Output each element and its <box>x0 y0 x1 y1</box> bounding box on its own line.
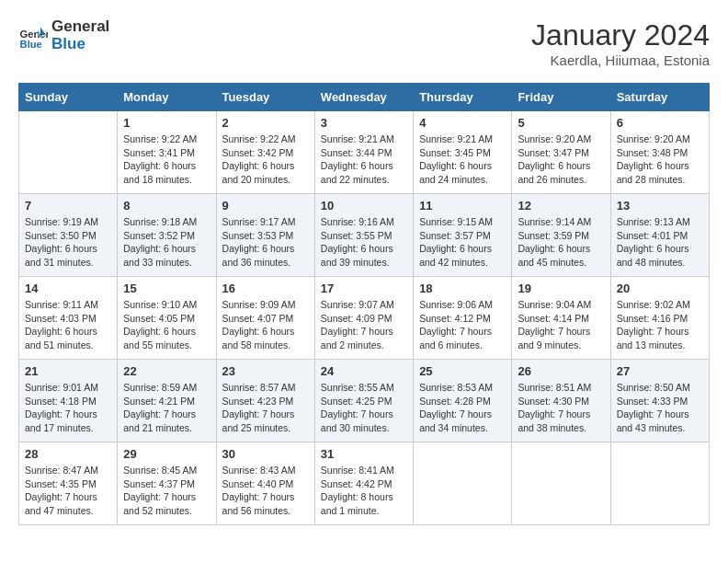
calendar-header-row: SundayMondayTuesdayWednesdayThursdayFrid… <box>19 84 710 111</box>
day-number: 5 <box>518 116 604 130</box>
day-number: 28 <box>25 447 111 461</box>
day-info: Sunrise: 8:45 AMSunset: 4:37 PMDaylight:… <box>123 464 210 518</box>
day-info: Sunrise: 9:21 AMSunset: 3:44 PMDaylight:… <box>321 132 407 187</box>
day-info: Sunrise: 9:20 AMSunset: 3:47 PMDaylight:… <box>518 132 604 187</box>
day-number: 19 <box>518 282 604 295</box>
day-number: 22 <box>123 364 210 378</box>
calendar-cell: 2Sunrise: 9:22 AMSunset: 3:42 PMDaylight… <box>216 111 314 194</box>
logo-general-text: General <box>51 18 109 36</box>
day-number: 4 <box>419 116 506 130</box>
calendar-cell: 14Sunrise: 9:11 AMSunset: 4:03 PMDayligh… <box>19 277 118 360</box>
day-number: 7 <box>25 199 111 213</box>
day-number: 12 <box>518 199 604 213</box>
day-info: Sunrise: 9:11 AMSunset: 4:03 PMDaylight:… <box>25 298 111 352</box>
day-info: Sunrise: 9:17 AMSunset: 3:53 PMDaylight:… <box>222 215 309 270</box>
day-info: Sunrise: 9:09 AMSunset: 4:07 PMDaylight:… <box>222 298 309 352</box>
day-number: 24 <box>321 364 407 378</box>
calendar-cell: 3Sunrise: 9:21 AMSunset: 3:44 PMDaylight… <box>314 111 413 194</box>
day-info: Sunrise: 8:43 AMSunset: 4:40 PMDaylight:… <box>222 464 309 518</box>
day-number: 11 <box>419 199 506 213</box>
calendar-cell: 17Sunrise: 9:07 AMSunset: 4:09 PMDayligh… <box>314 277 413 360</box>
day-number: 14 <box>25 282 111 295</box>
day-info: Sunrise: 9:02 AMSunset: 4:16 PMDaylight:… <box>617 298 703 352</box>
day-info: Sunrise: 9:15 AMSunset: 3:57 PMDaylight:… <box>419 215 506 270</box>
header-friday: Friday <box>512 84 610 111</box>
calendar-cell: 9Sunrise: 9:17 AMSunset: 3:53 PMDaylight… <box>216 194 314 277</box>
day-number: 26 <box>518 364 604 378</box>
calendar-week-row: 28Sunrise: 8:47 AMSunset: 4:35 PMDayligh… <box>19 442 710 525</box>
calendar-cell <box>414 442 512 525</box>
calendar-cell: 30Sunrise: 8:43 AMSunset: 4:40 PMDayligh… <box>216 442 314 525</box>
calendar-cell: 26Sunrise: 8:51 AMSunset: 4:30 PMDayligh… <box>512 360 610 442</box>
day-info: Sunrise: 9:18 AMSunset: 3:52 PMDaylight:… <box>123 215 210 270</box>
day-info: Sunrise: 9:04 AMSunset: 4:14 PMDaylight:… <box>518 298 604 352</box>
day-info: Sunrise: 9:14 AMSunset: 3:59 PMDaylight:… <box>518 215 604 270</box>
day-number: 17 <box>321 282 407 295</box>
header-monday: Monday <box>118 84 216 111</box>
day-info: Sunrise: 8:53 AMSunset: 4:28 PMDaylight:… <box>419 381 506 435</box>
day-info: Sunrise: 9:06 AMSunset: 4:12 PMDaylight:… <box>419 298 506 352</box>
day-number: 30 <box>222 447 309 461</box>
calendar-cell: 24Sunrise: 8:55 AMSunset: 4:25 PMDayligh… <box>314 360 413 442</box>
day-info: Sunrise: 8:55 AMSunset: 4:25 PMDaylight:… <box>321 381 407 435</box>
day-info: Sunrise: 8:51 AMSunset: 4:30 PMDaylight:… <box>518 381 604 435</box>
day-number: 3 <box>321 116 407 130</box>
calendar-cell: 12Sunrise: 9:14 AMSunset: 3:59 PMDayligh… <box>512 194 610 277</box>
calendar-cell: 7Sunrise: 9:19 AMSunset: 3:50 PMDaylight… <box>19 194 118 277</box>
day-number: 1 <box>123 116 210 130</box>
day-number: 21 <box>25 364 111 378</box>
calendar-cell: 5Sunrise: 9:20 AMSunset: 3:47 PMDaylight… <box>512 111 610 194</box>
calendar-week-row: 1Sunrise: 9:22 AMSunset: 3:41 PMDaylight… <box>19 111 710 194</box>
calendar-cell: 1Sunrise: 9:22 AMSunset: 3:41 PMDaylight… <box>118 111 216 194</box>
day-info: Sunrise: 8:59 AMSunset: 4:21 PMDaylight:… <box>123 381 210 435</box>
day-info: Sunrise: 9:01 AMSunset: 4:18 PMDaylight:… <box>25 381 111 435</box>
calendar-cell: 15Sunrise: 9:10 AMSunset: 4:05 PMDayligh… <box>118 277 216 360</box>
header-sunday: Sunday <box>19 84 118 111</box>
calendar-cell: 25Sunrise: 8:53 AMSunset: 4:28 PMDayligh… <box>414 360 512 442</box>
calendar-cell: 22Sunrise: 8:59 AMSunset: 4:21 PMDayligh… <box>118 360 216 442</box>
calendar-cell <box>512 442 610 525</box>
day-number: 9 <box>222 199 309 213</box>
header-wednesday: Wednesday <box>314 84 413 111</box>
header-tuesday: Tuesday <box>216 84 314 111</box>
calendar-cell: 20Sunrise: 9:02 AMSunset: 4:16 PMDayligh… <box>610 277 709 360</box>
day-number: 10 <box>321 199 407 213</box>
calendar-cell: 19Sunrise: 9:04 AMSunset: 4:14 PMDayligh… <box>512 277 610 360</box>
logo-blue-text: Blue <box>51 36 109 53</box>
calendar-week-row: 7Sunrise: 9:19 AMSunset: 3:50 PMDaylight… <box>19 194 710 277</box>
calendar-cell <box>610 442 709 525</box>
day-info: Sunrise: 9:22 AMSunset: 3:42 PMDaylight:… <box>222 132 309 187</box>
calendar-week-row: 14Sunrise: 9:11 AMSunset: 4:03 PMDayligh… <box>19 277 710 360</box>
day-info: Sunrise: 9:07 AMSunset: 4:09 PMDaylight:… <box>321 298 407 352</box>
calendar-cell: 13Sunrise: 9:13 AMSunset: 4:01 PMDayligh… <box>610 194 709 277</box>
calendar-cell: 8Sunrise: 9:18 AMSunset: 3:52 PMDaylight… <box>118 194 216 277</box>
day-info: Sunrise: 8:41 AMSunset: 4:42 PMDaylight:… <box>321 464 407 518</box>
day-info: Sunrise: 9:19 AMSunset: 3:50 PMDaylight:… <box>25 215 111 270</box>
day-info: Sunrise: 8:47 AMSunset: 4:35 PMDaylight:… <box>25 464 111 518</box>
header-saturday: Saturday <box>610 84 709 111</box>
day-number: 27 <box>617 364 703 378</box>
calendar-cell: 6Sunrise: 9:20 AMSunset: 3:48 PMDaylight… <box>610 111 709 194</box>
day-info: Sunrise: 9:16 AMSunset: 3:55 PMDaylight:… <box>321 215 407 270</box>
calendar-cell: 11Sunrise: 9:15 AMSunset: 3:57 PMDayligh… <box>414 194 512 277</box>
day-info: Sunrise: 9:13 AMSunset: 4:01 PMDaylight:… <box>617 215 703 270</box>
day-info: Sunrise: 8:57 AMSunset: 4:23 PMDaylight:… <box>222 381 309 435</box>
day-number: 13 <box>617 199 703 213</box>
day-number: 29 <box>123 447 210 461</box>
calendar-cell <box>19 111 118 194</box>
calendar-cell: 10Sunrise: 9:16 AMSunset: 3:55 PMDayligh… <box>314 194 413 277</box>
calendar-cell: 21Sunrise: 9:01 AMSunset: 4:18 PMDayligh… <box>19 360 118 442</box>
calendar-cell: 31Sunrise: 8:41 AMSunset: 4:42 PMDayligh… <box>314 442 413 525</box>
month-year: January 2024 <box>531 18 710 52</box>
day-number: 25 <box>419 364 506 378</box>
calendar-table: SundayMondayTuesdayWednesdayThursdayFrid… <box>18 83 710 525</box>
day-number: 16 <box>222 282 309 295</box>
day-number: 15 <box>123 282 210 295</box>
day-number: 18 <box>419 282 506 295</box>
calendar-cell: 28Sunrise: 8:47 AMSunset: 4:35 PMDayligh… <box>19 442 118 525</box>
calendar-cell: 18Sunrise: 9:06 AMSunset: 4:12 PMDayligh… <box>414 277 512 360</box>
calendar-cell: 27Sunrise: 8:50 AMSunset: 4:33 PMDayligh… <box>610 360 709 442</box>
calendar-week-row: 21Sunrise: 9:01 AMSunset: 4:18 PMDayligh… <box>19 360 710 442</box>
day-info: Sunrise: 9:22 AMSunset: 3:41 PMDaylight:… <box>123 132 210 187</box>
day-number: 23 <box>222 364 309 378</box>
